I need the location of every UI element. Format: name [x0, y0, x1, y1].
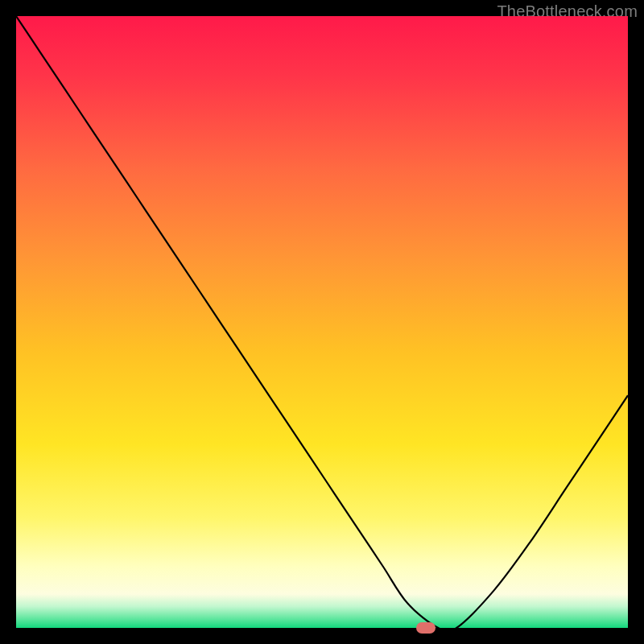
curve-layer	[16, 16, 628, 628]
chart-stage: TheBottleneck.com	[0, 0, 644, 644]
bottleneck-curve	[16, 16, 628, 628]
minimum-marker	[416, 622, 436, 634]
plot-area	[16, 16, 628, 628]
